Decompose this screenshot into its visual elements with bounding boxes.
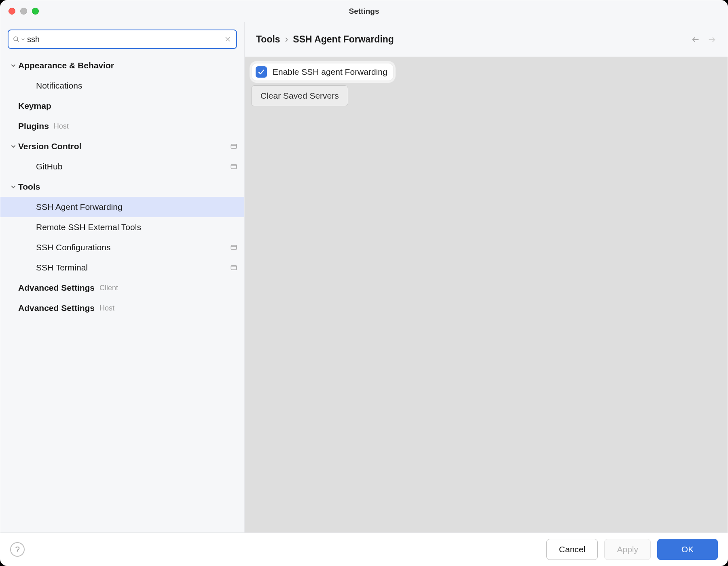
enable-ssh-forwarding-checkbox[interactable] xyxy=(256,66,267,78)
chevron-down-icon[interactable] xyxy=(8,184,18,190)
tree-item-label: Remote SSH External Tools xyxy=(36,222,141,232)
project-scope-icon xyxy=(231,144,237,149)
tree-item-label: Advanced Settings xyxy=(18,303,95,313)
tree-item[interactable]: GitHub xyxy=(0,156,244,177)
settings-content: Tools › SSH Agent Forwarding xyxy=(245,22,728,532)
tree-item-label: Advanced Settings xyxy=(18,283,95,293)
window-title: Settings xyxy=(0,7,728,16)
project-scope-icon xyxy=(231,164,237,169)
search-options-caret-icon[interactable] xyxy=(21,38,25,41)
nav-forward-button[interactable] xyxy=(707,35,716,44)
tree-item[interactable]: SSH Terminal xyxy=(0,258,244,278)
tree-item-tag: Host xyxy=(99,304,114,313)
tree-item[interactable]: Appearance & Behavior xyxy=(0,55,244,76)
settings-search[interactable] xyxy=(8,30,237,49)
tree-item-label: Keymap xyxy=(18,101,51,111)
svg-rect-4 xyxy=(231,144,237,148)
settings-sidebar: Appearance & BehaviorNotificationsKeymap… xyxy=(0,22,245,532)
tree-item-label: Notifications xyxy=(36,81,82,91)
content-body: Enable SSH agent Forwarding Clear Saved … xyxy=(245,57,728,532)
tree-item[interactable]: Remote SSH External Tools xyxy=(0,217,244,237)
svg-rect-6 xyxy=(231,165,237,169)
ok-button[interactable]: OK xyxy=(657,539,718,560)
tree-item-label: Tools xyxy=(18,182,40,192)
project-scope-icon xyxy=(231,245,237,250)
search-icon xyxy=(13,36,20,43)
tree-item-label: SSH Terminal xyxy=(36,263,88,272)
tree-item[interactable]: Version Control xyxy=(0,136,244,156)
cancel-button[interactable]: Cancel xyxy=(546,539,598,560)
tree-item[interactable]: PluginsHost xyxy=(0,116,244,136)
tree-item-label: GitHub xyxy=(36,162,62,171)
tree-item[interactable]: Advanced SettingsHost xyxy=(0,298,244,318)
tree-item-label: Appearance & Behavior xyxy=(18,61,114,70)
chevron-down-icon[interactable] xyxy=(8,144,18,149)
tree-item-tag: Client xyxy=(99,284,118,292)
breadcrumb-leaf: SSH Agent Forwarding xyxy=(293,34,394,45)
help-icon: ? xyxy=(15,545,20,554)
clear-saved-servers-button[interactable]: Clear Saved Servers xyxy=(251,85,348,106)
enable-ssh-forwarding-label: Enable SSH agent Forwarding xyxy=(273,67,387,77)
settings-window: Settings xyxy=(0,0,728,566)
clear-search-button[interactable] xyxy=(223,35,232,44)
chevron-down-icon[interactable] xyxy=(8,63,18,68)
tree-item-label: SSH Agent Forwarding xyxy=(36,202,123,212)
check-icon xyxy=(258,68,265,76)
zoom-window-button[interactable] xyxy=(32,8,39,15)
breadcrumb-separator-icon: › xyxy=(285,34,288,45)
svg-line-1 xyxy=(17,40,19,42)
search-input[interactable] xyxy=(27,35,221,44)
help-button[interactable]: ? xyxy=(10,542,25,557)
apply-button: Apply xyxy=(604,539,651,560)
svg-rect-10 xyxy=(231,266,237,270)
dialog-button-bar: ? Cancel Apply OK xyxy=(0,532,728,566)
tree-item-label: Plugins xyxy=(18,121,49,131)
tree-item[interactable]: Notifications xyxy=(0,76,244,96)
content-header: Tools › SSH Agent Forwarding xyxy=(245,22,728,57)
tree-item[interactable]: Keymap xyxy=(0,96,244,116)
svg-point-0 xyxy=(14,37,18,41)
tree-item-label: SSH Configurations xyxy=(36,243,110,252)
window-controls xyxy=(0,8,39,15)
minimize-window-button[interactable] xyxy=(20,8,27,15)
tree-item-tag: Host xyxy=(54,122,69,131)
svg-rect-8 xyxy=(231,245,237,249)
enable-ssh-forwarding-row[interactable]: Enable SSH agent Forwarding xyxy=(251,63,394,81)
tree-item[interactable]: SSH Configurations xyxy=(0,237,244,258)
project-scope-icon xyxy=(231,265,237,270)
titlebar[interactable]: Settings xyxy=(0,0,728,22)
tree-item[interactable]: Tools xyxy=(0,177,244,197)
breadcrumb: Tools › SSH Agent Forwarding xyxy=(256,34,394,45)
tree-item[interactable]: Advanced SettingsClient xyxy=(0,278,244,298)
tree-item[interactable]: SSH Agent Forwarding xyxy=(0,197,244,217)
breadcrumb-root[interactable]: Tools xyxy=(256,34,280,45)
settings-tree: Appearance & BehaviorNotificationsKeymap… xyxy=(0,53,244,318)
nav-back-button[interactable] xyxy=(691,35,700,44)
close-window-button[interactable] xyxy=(8,8,15,15)
tree-item-label: Version Control xyxy=(18,142,81,151)
